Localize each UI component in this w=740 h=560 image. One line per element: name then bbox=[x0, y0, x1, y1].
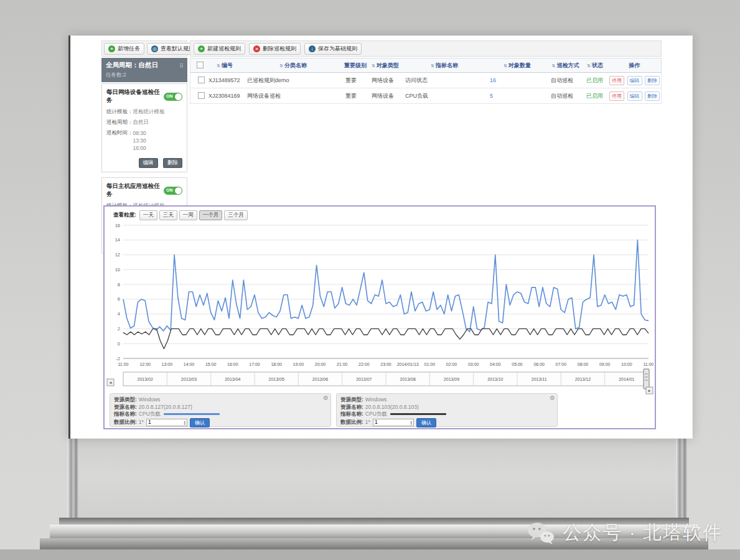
overview-month-label: 2013/03 bbox=[181, 377, 197, 381]
col-header-mode[interactable]: ⇅巡检方式 bbox=[548, 62, 583, 70]
row-checkbox[interactable] bbox=[198, 92, 205, 99]
table-row[interactable]: XJ23084169 网络设备巡检 重要 网络设备 CPU负载 5 自动巡检 已… bbox=[190, 88, 662, 104]
toggle-knob bbox=[175, 187, 182, 194]
sort-icon[interactable]: ⇅ bbox=[217, 63, 220, 68]
watermark-text: 公众号 · 北塔软件 bbox=[563, 520, 723, 546]
delete-rule-button[interactable]: × 删除巡检规则 bbox=[249, 43, 301, 55]
resource-name-label: 资源名称: bbox=[114, 404, 137, 411]
metric-label: 指标名称: bbox=[340, 411, 363, 418]
new-rule-label: 新建巡检规则 bbox=[207, 45, 241, 53]
stand-pillar-left bbox=[67, 439, 78, 520]
rule-count-link[interactable]: 5 bbox=[487, 93, 548, 99]
ratio-spinner[interactable]: 1▴▾ bbox=[146, 419, 187, 426]
time-value: 13:30 bbox=[133, 137, 146, 144]
overview-month-label: 2013/08 bbox=[400, 377, 416, 381]
col-header-id[interactable]: ⇅编号 bbox=[205, 62, 244, 70]
drag-handle-icon[interactable]: ⠿ bbox=[179, 63, 184, 69]
delete-task-button[interactable]: 删除 bbox=[163, 158, 182, 168]
plus-circle-icon: + bbox=[108, 45, 115, 52]
overview-month-label: 2013/07 bbox=[356, 377, 372, 381]
row-checkbox[interactable] bbox=[198, 77, 205, 83]
chart-panel: 查看粒度: 一天 三天 一周 一个月 三个月 1614121086420-211… bbox=[103, 205, 656, 429]
spinner-arrows-icon[interactable]: ▴▾ bbox=[410, 420, 412, 425]
stat-template-label: 统计模板： bbox=[106, 108, 133, 116]
rule-objtype: 网络设备 bbox=[368, 77, 402, 85]
granularity-3days-button[interactable]: 三天 bbox=[159, 210, 177, 220]
add-task-label: 新增任务 bbox=[118, 45, 140, 53]
time-value: 16:00 bbox=[133, 144, 146, 152]
resource-name-value: 20.0.8.127(20.0.8.127) bbox=[139, 404, 192, 411]
delete-rule-row-button[interactable]: 删除 bbox=[645, 76, 660, 85]
col-header-count[interactable]: ⇅对象数量 bbox=[487, 62, 548, 70]
stop-rule-button[interactable]: 停用 bbox=[609, 91, 624, 101]
y-axis-label: 6 bbox=[118, 296, 120, 302]
rule-indicator: CPU负载 bbox=[402, 92, 487, 100]
sort-icon[interactable]: ⇅ bbox=[552, 63, 556, 68]
metric-label: 指标名称: bbox=[114, 411, 137, 418]
edit-rule-button[interactable]: 编辑 bbox=[627, 76, 642, 85]
edit-task-button[interactable]: 编辑 bbox=[139, 158, 158, 168]
resource-type-label: 资源类型: bbox=[114, 396, 137, 404]
task-toggle-on[interactable]: ON bbox=[164, 187, 182, 195]
task-toolbar: + 新增任务 ◎ 查看默认规则 bbox=[101, 40, 187, 57]
granularity-1month-button[interactable]: 一个月 bbox=[199, 210, 223, 220]
ratio-spinner[interactable]: 1▴▾ bbox=[373, 419, 414, 426]
x-axis-label: 04:00 bbox=[490, 362, 501, 366]
col-header-status[interactable]: ⇅状态 bbox=[583, 62, 607, 70]
granularity-3months-button[interactable]: 三个月 bbox=[224, 210, 248, 220]
rule-count-link[interactable]: 16 bbox=[487, 77, 548, 83]
y-axis-label: -2 bbox=[116, 356, 120, 362]
y-axis-label: 4 bbox=[118, 311, 120, 317]
view-default-rules-label: 查看默认规则 bbox=[161, 45, 194, 53]
sort-icon[interactable]: ⇅ bbox=[587, 63, 591, 68]
resource-type-value: Windows bbox=[365, 396, 386, 404]
x-axis-label: 09:00 bbox=[599, 362, 611, 366]
delete-rule-label: 删除巡检规则 bbox=[263, 45, 296, 53]
sort-icon[interactable]: ⇅ bbox=[431, 63, 434, 68]
rule-status: 已启用 bbox=[583, 77, 607, 85]
y-axis-label: 0 bbox=[118, 341, 120, 347]
col-header-category[interactable]: ⇅分类名称 bbox=[244, 62, 342, 70]
rule-status: 已启用 bbox=[583, 92, 607, 100]
y-axis-label: 8 bbox=[118, 282, 120, 287]
sort-icon[interactable]: ⇅ bbox=[372, 63, 375, 68]
ratio-value: 1 bbox=[148, 419, 151, 426]
task-group-header[interactable]: 全局周期：自然日 任务数:2 ⠿ bbox=[101, 58, 187, 82]
series-color-swatch bbox=[164, 413, 220, 415]
y-axis-label: 14 bbox=[115, 237, 120, 243]
edit-rule-button[interactable]: 编辑 bbox=[627, 91, 642, 101]
task-toggle-on[interactable]: ON bbox=[164, 93, 182, 101]
col-header-objtype[interactable]: ⇅对象类型 bbox=[368, 62, 402, 70]
ratio-label: 数据比例: bbox=[340, 419, 363, 426]
x-axis-label: 17:00 bbox=[249, 362, 260, 366]
save-as-base-rule-button[interactable]: ↓ 保存为基础规则 bbox=[304, 43, 362, 55]
add-task-button[interactable]: + 新增任务 bbox=[104, 43, 144, 55]
confirm-button[interactable]: 确认 bbox=[190, 418, 210, 427]
stop-rule-button[interactable]: 停用 bbox=[609, 76, 624, 85]
delete-rule-row-button[interactable]: 删除 bbox=[645, 91, 660, 101]
sort-icon[interactable]: ⇅ bbox=[503, 63, 507, 68]
col-header-checkbox bbox=[190, 62, 205, 70]
col-header-level[interactable]: 重要级别 bbox=[342, 62, 368, 70]
col-header-indicator[interactable]: ⇅指标名称 bbox=[402, 62, 487, 70]
spinner-arrows-icon[interactable]: ▴▾ bbox=[184, 420, 185, 425]
gear-icon[interactable]: ⚙ bbox=[323, 394, 329, 401]
save-circle-icon: ↓ bbox=[309, 45, 316, 52]
granularity-1day-button[interactable]: 一天 bbox=[139, 210, 157, 220]
table-row[interactable]: XJ13489572 已巡检规则demo 重要 网络设备 访问状态 16 自动巡… bbox=[190, 73, 662, 88]
sort-icon[interactable]: ⇅ bbox=[279, 63, 283, 68]
inspection-trend-chart[interactable]: 1614121086420-211:0012:0013:0014:0015:00… bbox=[106, 218, 653, 402]
series-info-panel: ⚙ 资源类型:Windows 资源名称:20.0.8.103(20.0.8.10… bbox=[336, 393, 558, 427]
gear-icon[interactable]: ⚙ bbox=[550, 394, 555, 401]
cross-circle-icon: × bbox=[253, 45, 260, 52]
y-axis-label: 12 bbox=[115, 252, 120, 258]
new-rule-button[interactable]: + 新建巡检规则 bbox=[194, 43, 245, 55]
select-all-checkbox[interactable] bbox=[197, 62, 204, 68]
confirm-button[interactable]: 确认 bbox=[416, 418, 436, 427]
overview-slider-handle[interactable] bbox=[644, 369, 649, 389]
series-line-blue bbox=[123, 240, 649, 332]
overview-month-label: 2013/06 bbox=[312, 377, 328, 381]
x-axis-label: 05:00 bbox=[512, 362, 523, 366]
resource-type-value: Windows bbox=[139, 396, 160, 404]
granularity-1week-button[interactable]: 一周 bbox=[179, 210, 197, 220]
